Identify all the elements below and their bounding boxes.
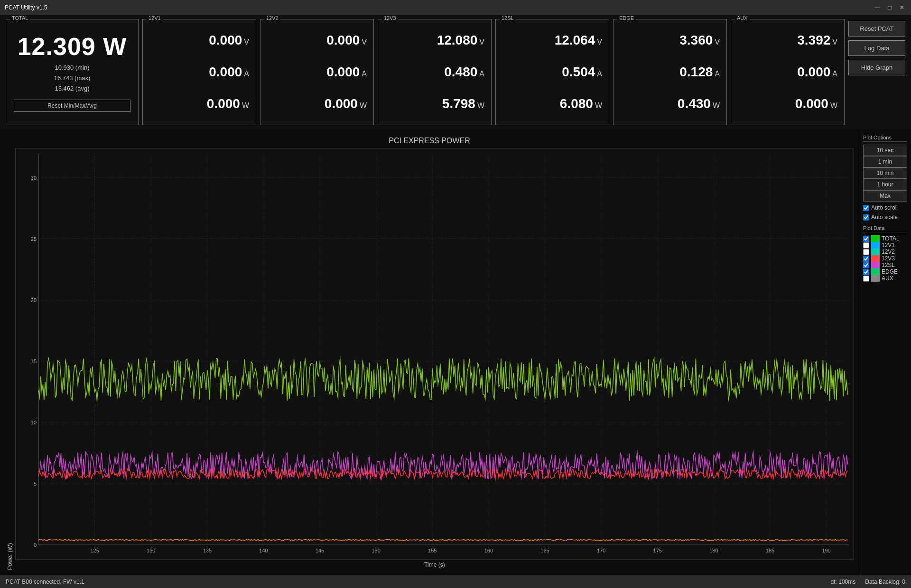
x-axis-label: Time (s): [15, 560, 854, 570]
title-bar: PCAT Utility v1.5 — □ ✕: [0, 0, 911, 15]
ch-curr-unit-2: A: [479, 70, 484, 78]
ch-volt-row-2: 12.080 V: [385, 33, 484, 48]
ch-curr-row-1: 0.000 A: [267, 64, 367, 80]
channel-box-12v1: 12V1 0.000 V 0.000 A 0.000 W: [142, 19, 256, 125]
ch-pow-row-4: 0.430 W: [620, 96, 720, 111]
plot-btn-1-min[interactable]: 1 min: [863, 156, 907, 167]
ch-curr-row-4: 0.128 A: [620, 64, 720, 80]
channel-box-aux: AUX 3.392 V 0.000 A 0.000 W: [731, 19, 845, 125]
ch-pow-val-1: 0.000: [325, 96, 358, 111]
ch-pow-unit-5: W: [830, 101, 837, 110]
auto-scroll-label: Auto scroll: [871, 204, 898, 211]
ch-volt-unit-4: V: [715, 38, 720, 46]
plot-btn-10-min[interactable]: 10 min: [863, 167, 907, 179]
auto-scale-row: Auto scale: [863, 214, 907, 220]
right-buttons: Reset PCAT Log Data Hide Graph: [848, 19, 905, 125]
ch-curr-unit-4: A: [715, 70, 720, 78]
ch-curr-row-5: 0.000 A: [738, 64, 837, 80]
ch-volt-val-3: 12.064: [555, 33, 595, 48]
legend-color-12v3: [871, 255, 880, 262]
channel-label-3: 12SL: [500, 15, 516, 21]
main-content: PCI EXPRESS POWER Power (W) Time (s) Plo…: [0, 129, 911, 575]
legend-row-12v2: 12V2: [863, 248, 907, 255]
ch-curr-val-2: 0.480: [444, 64, 477, 80]
ch-pow-row-2: 5.798 W: [385, 96, 484, 111]
right-panel: Plot Options 10 sec1 min10 min1 hourMax …: [859, 129, 911, 575]
legend-label-edge: EDGE: [882, 268, 898, 275]
hide-graph-button[interactable]: Hide Graph: [848, 60, 905, 75]
legend-label-12v1: 12V1: [882, 242, 895, 248]
log-data-button[interactable]: Log Data: [848, 40, 905, 56]
ch-curr-row-2: 0.480 A: [385, 64, 484, 80]
dt-status: dt: 100ms: [831, 579, 856, 585]
ch-pow-row-1: 0.000 W: [267, 96, 367, 111]
legend-checkbox-12v2[interactable]: [863, 249, 869, 255]
legend-color-aux: [871, 275, 880, 282]
plot-btn-10-sec[interactable]: 10 sec: [863, 145, 907, 156]
legend-color-12v1: [871, 242, 880, 248]
total-max: 16.743 (max): [54, 73, 91, 83]
connection-status: PCAT B00 connected, FW v1.1: [6, 579, 84, 585]
ch-volt-unit-3: V: [597, 38, 602, 46]
ch-pow-val-2: 5.798: [442, 96, 475, 111]
reset-min-max-avg-button[interactable]: Reset Min/Max/Avg: [14, 100, 130, 112]
reset-pcat-button[interactable]: Reset PCAT: [848, 21, 905, 37]
minimize-button[interactable]: —: [873, 3, 882, 12]
legend-label-12sl: 12SL: [882, 262, 895, 268]
legend-color-edge: [871, 268, 880, 275]
legend-row-aux: AUX: [863, 275, 907, 282]
graph-title: PCI EXPRESS POWER: [5, 137, 854, 145]
plot-data-series: TOTAL 12V1 12V2 12V3 12SL EDGE AUX: [863, 235, 907, 282]
ch-volt-unit-0: V: [244, 38, 249, 46]
total-box: TOTAL 12.309 W 10.930 (min) 16.743 (max)…: [6, 19, 139, 125]
auto-scale-checkbox[interactable]: [863, 214, 869, 220]
ch-volt-row-0: 0.000 V: [149, 33, 249, 48]
ch-curr-unit-5: A: [832, 70, 837, 78]
legend-row-total: TOTAL: [863, 235, 907, 242]
channel-label-0: 12V1: [147, 15, 163, 21]
ch-volt-val-5: 3.392: [797, 33, 830, 48]
ch-volt-row-4: 3.360 V: [620, 33, 720, 48]
main-chart: [16, 148, 854, 559]
plot-btn-1-hour[interactable]: 1 hour: [863, 179, 907, 190]
legend-row-12sl: 12SL: [863, 262, 907, 268]
legend-checkbox-12v3[interactable]: [863, 256, 869, 262]
ch-curr-val-0: 0.000: [209, 64, 242, 80]
ch-volt-row-5: 3.392 V: [738, 33, 837, 48]
plot-option-buttons: 10 sec1 min10 min1 hourMax: [863, 145, 907, 202]
legend-label-total: TOTAL: [882, 235, 900, 242]
close-button[interactable]: ✕: [898, 3, 906, 12]
legend-checkbox-aux[interactable]: [863, 276, 869, 282]
ch-curr-val-4: 0.128: [679, 64, 713, 80]
ch-volt-unit-5: V: [832, 38, 837, 46]
legend-checkbox-edge[interactable]: [863, 269, 869, 275]
channel-box-12v3: 12V3 12.080 V 0.480 A 5.798 W: [378, 19, 492, 125]
status-right: dt: 100ms Data Backlog: 0: [831, 579, 905, 585]
auto-scroll-row: Auto scroll: [863, 204, 907, 211]
channel-label-1: 12V2: [264, 15, 280, 21]
plot-options-label: Plot Options: [863, 135, 907, 142]
auto-scale-label: Auto scale: [871, 214, 898, 220]
ch-volt-val-4: 3.360: [679, 33, 713, 48]
channel-box-edge: EDGE 3.360 V 0.128 A 0.430 W: [613, 19, 727, 125]
ch-pow-row-3: 6.080 W: [502, 96, 602, 111]
legend-row-12v1: 12V1: [863, 242, 907, 248]
legend-checkbox-total[interactable]: [863, 236, 869, 242]
ch-volt-val-2: 12.080: [437, 33, 478, 48]
maximize-button[interactable]: □: [885, 3, 894, 12]
ch-volt-val-0: 0.000: [209, 33, 242, 48]
plot-data-label: Plot Data: [863, 225, 907, 232]
channel-boxes: 12V1 0.000 V 0.000 A 0.000 W 12V2 0.000 …: [142, 19, 845, 125]
ch-curr-val-3: 0.504: [562, 64, 595, 80]
legend-checkbox-12v1[interactable]: [863, 242, 869, 248]
ch-volt-unit-2: V: [479, 38, 484, 46]
plot-btn-max[interactable]: Max: [863, 190, 907, 202]
status-bar: PCAT B00 connected, FW v1.1 dt: 100ms Da…: [0, 575, 911, 588]
backlog-status: Data Backlog: 0: [865, 579, 905, 585]
total-watt: 12.309 W: [18, 32, 127, 61]
ch-curr-row-0: 0.000 A: [149, 64, 249, 80]
legend-label-12v3: 12V3: [882, 255, 895, 262]
auto-scroll-checkbox[interactable]: [863, 205, 869, 211]
legend-checkbox-12sl[interactable]: [863, 262, 869, 268]
channel-label-5: AUX: [735, 15, 750, 21]
